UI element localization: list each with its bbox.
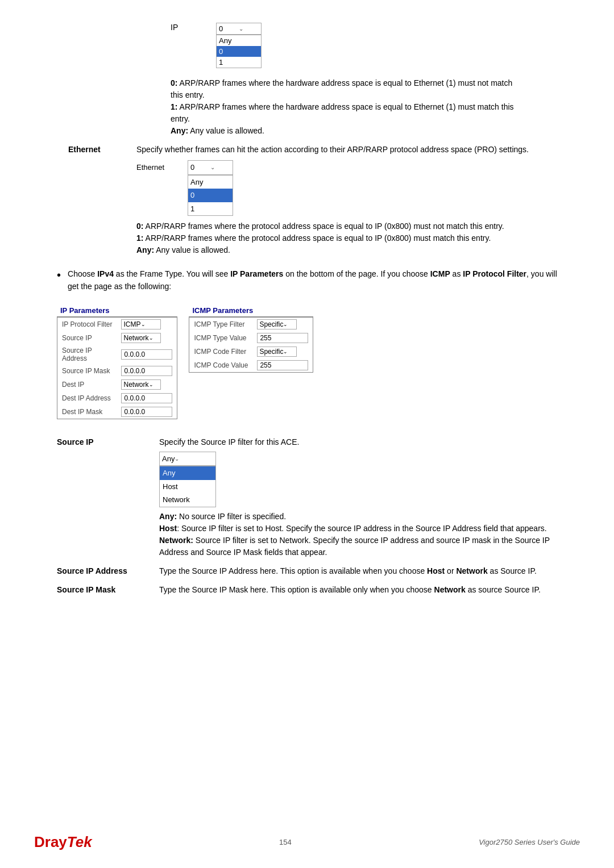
source-ip-desc-host: Host: Source IP filter is set to Host. S… xyxy=(159,523,557,535)
dest-ip-value[interactable]: Network⌄ xyxy=(117,378,177,391)
ip-desc-block: 0: ARP/RARP frames where the hardware ad… xyxy=(171,77,523,137)
listbox-item-1[interactable]: 1 xyxy=(217,57,261,68)
ip-desc-any: Any: Any value is allowed. xyxy=(171,125,523,137)
source-ip-intro: Specify the Source IP filter for this AC… xyxy=(159,436,557,448)
icmp-parameters-caption: ICMP Parameters xyxy=(189,304,313,317)
icmp-type-filter-label: ICMP Type Filter xyxy=(189,317,252,331)
icmp-type-value-field[interactable] xyxy=(257,333,308,343)
source-listbox-network[interactable]: Network xyxy=(160,493,215,507)
source-ip-address-label: Source IPAddress xyxy=(57,345,117,364)
icmp-code-filter-value[interactable]: Specific⌄ xyxy=(252,345,313,358)
dest-ip-mask-input[interactable] xyxy=(117,405,177,419)
bullet-dot: • xyxy=(57,268,61,282)
ethernet-label: Ethernet xyxy=(34,144,136,154)
source-ip-mask-main-content: Type the Source IP Mask here. This optio… xyxy=(159,584,557,596)
source-ip-address-row: Source IP Address Type the Source IP Add… xyxy=(57,565,557,577)
ethernet-listbox[interactable]: Any 0 1 xyxy=(188,175,233,216)
table-row: Source IP Network⌄ xyxy=(57,331,177,345)
source-ip-desc-any: Any: No source IP filter is specified. xyxy=(159,511,557,523)
icmp-code-filter-label: ICMP Code Filter xyxy=(189,345,252,358)
source-ip-address-main-label: Source IP Address xyxy=(57,565,159,575)
params-container: IP Parameters IP Protocol Filter ICMP⌄ S… xyxy=(57,304,557,419)
source-listbox-host[interactable]: Host xyxy=(160,480,215,494)
ethernet-dropdown-label: Ethernet xyxy=(136,160,176,173)
source-ip-mask-row: Source IP Mask Type the Source IP Mask h… xyxy=(57,584,557,596)
source-listbox-any[interactable]: Any xyxy=(160,466,215,480)
ip-protocol-filter-value[interactable]: ICMP⌄ xyxy=(117,317,177,331)
source-ip-mask-input[interactable] xyxy=(117,364,177,378)
table-row: Dest IP Network⌄ xyxy=(57,378,177,391)
eth-desc-0: 0: ARP/RARP frames where the protocol ad… xyxy=(136,220,580,232)
ip-listbox[interactable]: Any 0 1 xyxy=(216,35,262,68)
ethernet-intro: Specify whether frames can hit the actio… xyxy=(136,144,580,156)
source-ip-address-desc: Type the Source IP Address here. This op… xyxy=(159,565,557,577)
dest-ip-address-field[interactable] xyxy=(121,393,172,403)
table-row: Source IPAddress xyxy=(57,345,177,364)
table-row: Dest IP Address xyxy=(57,391,177,405)
source-ip-address-field[interactable] xyxy=(121,349,172,360)
ip-parameters-table: IP Parameters IP Protocol Filter ICMP⌄ S… xyxy=(57,304,177,419)
source-ip-dropdown-arrow: ⌄ xyxy=(175,454,179,463)
ip-desc-0: 0: ARP/RARP frames where the hardware ad… xyxy=(171,77,523,101)
table-row: ICMP Type Value xyxy=(189,331,313,345)
dest-ip-address-input[interactable] xyxy=(117,391,177,405)
ethernet-section: Ethernet Specify whether frames can hit … xyxy=(34,144,580,256)
dest-ip-mask-field[interactable] xyxy=(121,407,172,417)
source-ip-label: Source IP xyxy=(57,331,117,345)
dest-ip-label: Dest IP xyxy=(57,378,117,391)
ip-dropdown[interactable]: 0 ⌄ xyxy=(216,23,262,35)
source-ip-mask-field[interactable] xyxy=(121,366,172,376)
dest-ip-mask-label: Dest IP Mask xyxy=(57,405,117,419)
source-ip-dropdown-value: Any xyxy=(162,453,175,465)
ip-dropdown-container: 0 ⌄ Any 0 1 xyxy=(216,23,262,68)
listbox-item-0[interactable]: 0 xyxy=(217,46,261,57)
ip-dropdown-arrow: ⌄ xyxy=(239,26,259,32)
ethernet-dropdown-row: Ethernet 0 ⌄ Any 0 1 xyxy=(136,160,580,216)
table-row: Dest IP Mask xyxy=(57,405,177,419)
draytek-logo: DrayTek xyxy=(34,833,92,851)
table-row: ICMP Type Filter Specific⌄ xyxy=(189,317,313,331)
icmp-code-value-input[interactable] xyxy=(252,358,313,373)
source-ip-value[interactable]: Network⌄ xyxy=(117,331,177,345)
ip-parameters-caption: IP Parameters xyxy=(57,304,177,317)
ethernet-dropdown-container: 0 ⌄ Any 0 1 xyxy=(188,160,233,216)
ip-protocol-filter-label: IP Protocol Filter xyxy=(57,317,117,331)
footer: DrayTek 154 Vigor2750 Series User's Guid… xyxy=(0,833,614,851)
source-ip-section: Source IP Specify the Source IP filter f… xyxy=(57,436,557,596)
source-ip-main-content: Specify the Source IP filter for this AC… xyxy=(159,436,557,558)
icmp-code-value-field[interactable] xyxy=(257,360,308,370)
logo-tek: Tek xyxy=(67,833,92,850)
source-ip-mask-desc: Type the Source IP Mask here. This optio… xyxy=(159,584,557,596)
footer-guide-title: Vigor2750 Series User's Guide xyxy=(479,838,580,846)
footer-page-number: 154 xyxy=(279,838,292,846)
icmp-type-value-input[interactable] xyxy=(252,331,313,345)
bullet-text: Choose IPv4 as the Frame Type. You will … xyxy=(68,268,557,293)
eth-listbox-0[interactable]: 0 xyxy=(188,189,233,202)
source-ip-address-main-content: Type the Source IP Address here. This op… xyxy=(159,565,557,577)
ip-label: IP xyxy=(171,23,205,32)
table-row: ICMP Code Value xyxy=(189,358,313,373)
source-ip-desc-network: Network: Source IP filter is set to Netw… xyxy=(159,535,557,558)
source-ip-main-label: Source IP xyxy=(57,436,159,446)
listbox-item-any[interactable]: Any xyxy=(217,35,261,46)
eth-desc-1: 1: ARP/RARP frames where the protocol ad… xyxy=(136,232,580,244)
ethernet-dropdown[interactable]: 0 ⌄ xyxy=(188,160,233,175)
eth-listbox-1[interactable]: 1 xyxy=(188,202,233,216)
ethernet-dropdown-arrow: ⌄ xyxy=(210,163,230,172)
ip-desc-1: 1: ARP/RARP frames where the hardware ad… xyxy=(171,101,523,125)
ip-dropdown-value: 0 xyxy=(219,24,239,33)
table-row: IP Protocol Filter ICMP⌄ xyxy=(57,317,177,331)
source-ip-address-input[interactable] xyxy=(117,345,177,364)
icmp-type-filter-value[interactable]: Specific⌄ xyxy=(252,317,313,331)
eth-listbox-any[interactable]: Any xyxy=(188,176,233,189)
bullet-section: • Choose IPv4 as the Frame Type. You wil… xyxy=(57,268,557,293)
source-ip-dropdown[interactable]: Any ⌄ xyxy=(159,452,216,466)
table-row: Source IP Mask xyxy=(57,364,177,378)
source-ip-mask-main-label: Source IP Mask xyxy=(57,584,159,594)
source-ip-listbox[interactable]: Any Host Network xyxy=(159,466,216,507)
logo-dray: Dray xyxy=(34,833,67,850)
eth-desc-any: Any: Any value is allowed. xyxy=(136,244,580,256)
ethernet-content: Specify whether frames can hit the actio… xyxy=(136,144,580,256)
ethernet-dropdown-value: 0 xyxy=(190,162,210,173)
icmp-code-value-label: ICMP Code Value xyxy=(189,358,252,373)
